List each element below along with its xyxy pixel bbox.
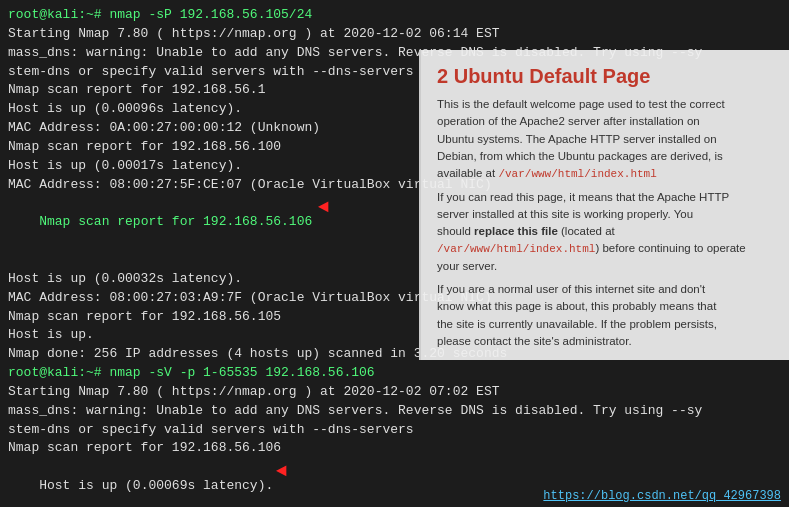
overlay-para4: The configuration layout for an Apache2 …	[437, 356, 773, 360]
overlay-title: 2 Ubuntu Default Page	[437, 64, 773, 88]
overlay-title-text: Ubuntu Default Page	[454, 65, 651, 87]
apache-overlay-panel: 2 Ubuntu Default Page This is the defaul…	[419, 50, 789, 360]
overlay-para3: If you are a normal user of this interne…	[437, 281, 773, 350]
overlay-para2: If you can read this page, it means that…	[437, 189, 773, 276]
footer-blog-link[interactable]: https://blog.csdn.net/qq_42967398	[543, 489, 781, 503]
terminal-line-2: Starting Nmap 7.80 ( https://nmap.org ) …	[8, 25, 781, 44]
terminal-line-19: mass_dns: warning: Unable to add any DNS…	[8, 402, 781, 421]
overlay-title-prefix: 2	[437, 65, 448, 87]
terminal-line-18: Starting Nmap 7.80 ( https://nmap.org ) …	[8, 383, 781, 402]
overlay-para1: This is the default welcome page used to…	[437, 96, 773, 183]
terminal-line-20: stem-dns or specify valid servers with -…	[8, 421, 781, 440]
terminal-line-17: root@kali:~# nmap -sV -p 1-65535 192.168…	[8, 364, 781, 383]
terminal-line-1: root@kali:~# nmap -sP 192.168.56.105/24	[8, 6, 781, 25]
terminal-window: root@kali:~# nmap -sP 192.168.56.105/24 …	[0, 0, 789, 507]
terminal-line-21: Nmap scan report for 192.168.56.106	[8, 439, 781, 458]
